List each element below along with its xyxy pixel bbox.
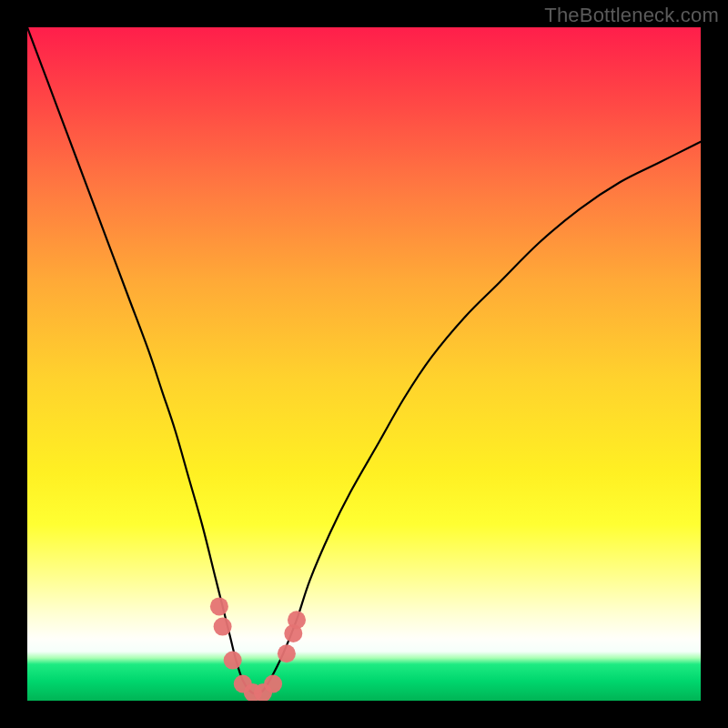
curve-layer <box>27 27 701 701</box>
marker-dot <box>210 597 228 615</box>
marker-dot <box>224 652 242 670</box>
marker-dot <box>214 618 232 636</box>
marker-dot <box>288 611 306 629</box>
highlighted-points <box>210 597 306 701</box>
plot-area <box>27 27 701 701</box>
watermark-text: TheBottleneck.com <box>544 4 719 27</box>
bottleneck-curve <box>27 27 701 694</box>
chart-frame: TheBottleneck.com <box>0 0 728 728</box>
marker-dot <box>278 644 296 662</box>
marker-dot <box>264 675 282 693</box>
